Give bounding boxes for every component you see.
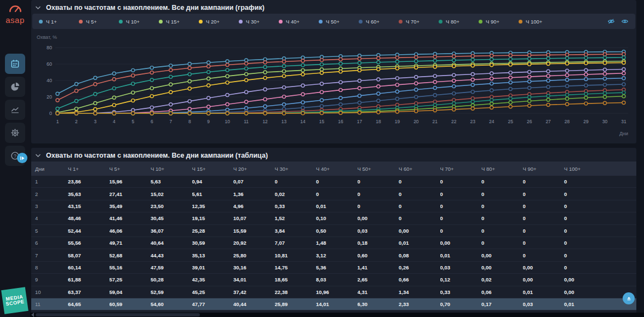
value-cell: 0 xyxy=(564,228,606,234)
legend-color-dot xyxy=(439,20,442,24)
column-header: Ч 1+ xyxy=(68,166,110,172)
table-row[interactable]: 1164,6560,5954,6047,7740,4425,8914,016,3… xyxy=(31,298,636,310)
value-cell: 0,33 xyxy=(275,203,317,209)
legend-item[interactable]: Ч 5+ xyxy=(79,19,119,25)
value-cell: 0,00 xyxy=(564,289,606,295)
legend-label: Ч 40+ xyxy=(286,19,300,25)
svg-text:19: 19 xyxy=(395,119,400,124)
value-cell: 45,25 xyxy=(192,289,234,295)
legend-color-dot xyxy=(279,20,283,24)
reach-line-chart[interactable]: Охват, %02040608012345678910111213141516… xyxy=(31,31,636,141)
value-cell: 0,26 xyxy=(399,264,440,270)
value-cell: 0,03 xyxy=(523,301,565,307)
value-cell: 0 xyxy=(399,178,440,185)
value-cell: 1,34 xyxy=(399,289,440,295)
table-body: 123,8615,965,630,940,0700000000235,6327,… xyxy=(31,176,636,317)
day-cell: 1 xyxy=(31,178,68,185)
floating-action-button[interactable] xyxy=(623,292,635,304)
table-row[interactable]: 961,8857,2550,2842,3534,0118,658,032,650… xyxy=(31,274,636,286)
column-header: Ч 10+ xyxy=(151,166,192,172)
horizontal-scrollbar[interactable] xyxy=(30,313,644,317)
svg-text:30: 30 xyxy=(602,119,608,124)
value-cell: 0,02 xyxy=(275,191,317,197)
legend-item[interactable]: Ч 50+ xyxy=(319,19,359,25)
legend-color-dot xyxy=(159,20,163,24)
table-row[interactable]: 860,1455,1647,5939,0130,1614,755,361,410… xyxy=(31,262,636,274)
value-cell: 10,96 xyxy=(316,289,358,295)
legend-item[interactable]: Ч 60+ xyxy=(359,19,399,25)
value-cell: 0 xyxy=(523,228,565,234)
chart-panel: Охваты по частотам с накоплением. Все дн… xyxy=(31,0,636,143)
legend-color-dot xyxy=(39,20,43,24)
value-cell: 5,61 xyxy=(192,191,234,197)
sidebar-item-pie-report[interactable] xyxy=(5,77,25,97)
sidebar-item-calendar[interactable] xyxy=(5,54,25,74)
value-cell: 0,50 xyxy=(316,228,358,234)
value-cell: 0 xyxy=(481,203,523,209)
value-cell: 0 xyxy=(564,191,606,197)
legend-label: Ч 5+ xyxy=(86,19,97,25)
table-row[interactable]: 655,5649,7140,6430,5920,927,071,480,180,… xyxy=(31,237,636,249)
value-cell: 0 xyxy=(440,228,482,234)
value-cell: 60,59 xyxy=(110,301,151,307)
table-row[interactable]: 343,1535,4923,5012,354,960,330,01000000 xyxy=(31,200,636,212)
table-row[interactable]: 235,6327,4115,025,611,360,020000000 xyxy=(31,188,636,200)
value-cell: 0,03 xyxy=(440,264,482,270)
scroll-left-arrow-icon[interactable] xyxy=(31,313,34,317)
legend-item[interactable]: Ч 70+ xyxy=(399,19,439,25)
frequency-table: ДниЧ 1+Ч 5+Ч 10+Ч 15+Ч 20+Ч 30+Ч 40+Ч 50… xyxy=(31,162,636,317)
column-header: Ч 5+ xyxy=(110,166,151,172)
legend-item[interactable]: Ч 10+ xyxy=(119,19,159,25)
table-row[interactable]: 552,4446,0636,0725,2815,593,840,500,030,… xyxy=(31,225,636,237)
chevron-down-icon[interactable] xyxy=(35,5,41,10)
value-cell: 0 xyxy=(481,228,523,234)
value-cell: 0 xyxy=(440,191,482,197)
show-all-series-button[interactable] xyxy=(621,18,629,25)
asap-logo[interactable]: asap xyxy=(0,4,30,25)
sidebar-item-trends[interactable] xyxy=(5,100,25,120)
value-cell: 54,60 xyxy=(151,301,192,307)
eye-off-icon xyxy=(607,18,615,25)
legend-item[interactable]: Ч 20+ xyxy=(199,19,239,25)
chevron-down-icon[interactable] xyxy=(35,153,41,158)
legend-item[interactable]: Ч 30+ xyxy=(239,19,279,25)
svg-text:8: 8 xyxy=(188,119,191,124)
table-row[interactable]: 1063,3759,0452,5945,2537,4222,3810,964,3… xyxy=(31,286,636,298)
table-row[interactable]: 758,0752,6844,4335,1325,8010,813,120,600… xyxy=(31,249,636,261)
value-cell: 52,59 xyxy=(151,289,192,295)
sidebar-item-settings[interactable] xyxy=(5,123,25,143)
legend-item[interactable]: Ч 15+ xyxy=(159,19,199,25)
value-cell: 49,71 xyxy=(110,240,151,246)
legend-item[interactable]: Ч 100+ xyxy=(519,19,559,25)
table-row[interactable]: 448,4641,4630,4519,1510,071,520,100,0000… xyxy=(31,212,636,224)
svg-text:Охват, %: Охват, % xyxy=(37,34,57,40)
legend-label: Ч 30+ xyxy=(246,19,260,25)
legend-color-dot xyxy=(319,20,323,24)
table-row[interactable]: 123,8615,965,630,940,0700000000 xyxy=(31,176,636,188)
value-cell: 0,12 xyxy=(440,276,482,283)
svg-text:26: 26 xyxy=(527,119,532,124)
table-panel-title: Охваты по частотам с накоплением. Все дн… xyxy=(46,152,268,159)
value-cell: 64,65 xyxy=(68,301,110,307)
value-cell: 15,59 xyxy=(233,228,275,234)
value-cell: 0 xyxy=(564,264,606,270)
sidebar-expand-button[interactable] xyxy=(17,153,27,163)
legend-item[interactable]: Ч 40+ xyxy=(279,19,319,25)
svg-text:15: 15 xyxy=(319,119,325,124)
scrollbar-thumb[interactable] xyxy=(36,313,200,316)
column-header: Ч 20+ xyxy=(233,166,275,172)
column-header: Ч 30+ xyxy=(275,166,317,172)
column-header: Ч 40+ xyxy=(316,166,358,172)
value-cell: 35,63 xyxy=(68,191,110,197)
table-panel-header: Охваты по частотам с накоплением. Все дн… xyxy=(31,148,636,162)
legend-item[interactable]: Ч 80+ xyxy=(439,19,479,25)
svg-text:12: 12 xyxy=(262,119,268,124)
day-cell: 6 xyxy=(31,240,68,246)
value-cell: 0,94 xyxy=(192,178,234,185)
value-cell: 3,84 xyxy=(275,228,317,234)
value-cell: 0 xyxy=(523,178,565,185)
legend-item[interactable]: Ч 1+ xyxy=(39,19,79,25)
legend-item[interactable]: Ч 90+ xyxy=(479,19,519,25)
hide-all-series-button[interactable] xyxy=(607,18,615,25)
column-header: Ч 60+ xyxy=(399,166,440,172)
